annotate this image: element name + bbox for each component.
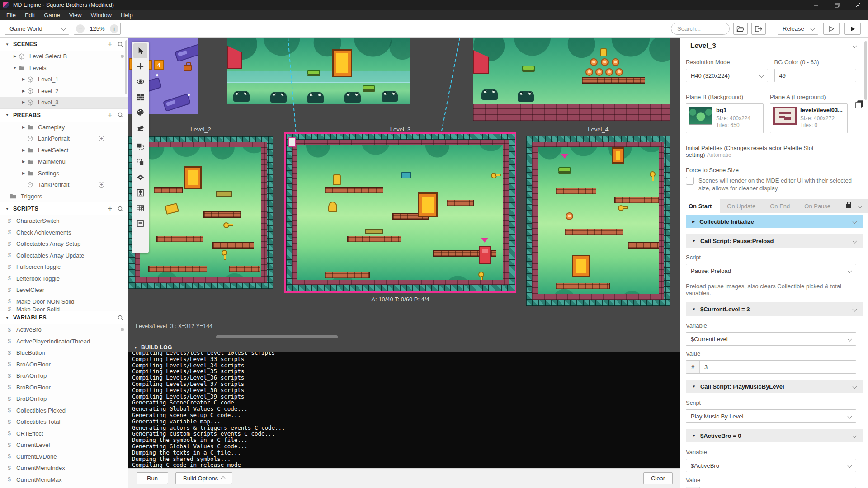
- scene-tree-item[interactable]: ▼ Levels: [0, 62, 128, 74]
- event-set-current-level[interactable]: ▼ $CurrentLevel = 3: [686, 302, 863, 316]
- restore-button[interactable]: [826, 0, 847, 10]
- variable-item[interactable]: $ Collectibles Total: [0, 416, 128, 428]
- tiles-tool-button[interactable]: [133, 89, 147, 104]
- inspector-header[interactable]: Level_3: [680, 38, 868, 54]
- script-item[interactable]: $ Letterbox Toggle: [0, 273, 128, 285]
- variable-item[interactable]: $ BroBOnFloor: [0, 382, 128, 394]
- tree-arrow-icon[interactable]: ▶: [20, 148, 27, 152]
- scene-tree-item[interactable]: ▶ Level_1: [0, 74, 128, 85]
- tree-arrow-icon[interactable]: ▶: [20, 100, 27, 104]
- script-select[interactable]: Pause: Preload: [686, 264, 856, 277]
- scene-thumbnail-top-right[interactable]: [473, 38, 670, 121]
- script-select[interactable]: Play Music By Level: [686, 409, 856, 423]
- level-4-map[interactable]: [526, 136, 670, 306]
- zoom-in-button[interactable]: +: [110, 24, 118, 33]
- event-call-script-pause-preload[interactable]: ▼ Call Script: Pause:Preload: [686, 234, 863, 248]
- prefab-tree-item[interactable]: ▶ Settings: [0, 168, 128, 179]
- initial-palettes-row[interactable]: Initial Palettes (Changes resets actor P…: [686, 140, 856, 163]
- menu-item[interactable]: File: [2, 10, 20, 20]
- notes-tool-button[interactable]: [133, 216, 147, 231]
- minimize-button[interactable]: [806, 0, 826, 10]
- horizontal-scrollbar[interactable]: [216, 335, 338, 338]
- palette-tool-button[interactable]: [133, 105, 147, 120]
- tree-arrow-icon[interactable]: ▶: [20, 125, 27, 129]
- variable-item[interactable]: $ BroBOnTop: [0, 393, 128, 405]
- add-script-button[interactable]: +: [108, 205, 112, 212]
- scene-tree-item[interactable]: ▶ Level_3: [0, 97, 128, 108]
- event-collectible-initialize[interactable]: ▶ Collectible Initialize: [686, 215, 863, 228]
- menu-item[interactable]: Window: [86, 10, 116, 20]
- sidebar-scrollbar[interactable]: [125, 40, 127, 94]
- scenes-section-header[interactable]: ▼ SCENES +: [0, 38, 128, 51]
- plane-a-card[interactable]: levels\level03... Size: 400x272 Tiles: 0: [770, 103, 848, 133]
- instantiate-icon[interactable]: +: [99, 182, 104, 188]
- build-options-button[interactable]: Build Options: [175, 472, 232, 484]
- scene-tree-item[interactable]: ▶ Level_2: [0, 85, 128, 97]
- prefab-tree-item[interactable]: ▶ MainMenu: [0, 156, 128, 168]
- variable-item[interactable]: $ CurrentMenuType: [0, 485, 128, 488]
- prefab-tree-item[interactable]: ▶ Gameplay: [0, 122, 128, 133]
- layers-icon[interactable]: [855, 100, 864, 110]
- select-tool-button[interactable]: [133, 43, 147, 58]
- plane-b-card[interactable]: bg1 Size: 400x224 Tiles: 650: [686, 103, 764, 133]
- script-item[interactable]: $ Make Door NON Solid: [0, 296, 128, 308]
- build-log-console[interactable]: Compiling Levels/test Level_10test scrip…: [128, 352, 680, 468]
- play-outline-button[interactable]: [823, 23, 840, 35]
- prefab-tree-item[interactable]: ▶ LevelSelect: [0, 145, 128, 156]
- prefab-tree-item[interactable]: Triggers: [0, 191, 128, 202]
- close-button[interactable]: [847, 0, 868, 10]
- lock-icon[interactable]: [846, 204, 851, 208]
- script-item[interactable]: $ Collectables Array Update: [0, 250, 128, 262]
- tree-arrow-icon[interactable]: ▶: [11, 54, 19, 58]
- value-input[interactable]: # 3: [686, 360, 856, 374]
- add-prefab-button[interactable]: +: [108, 112, 112, 119]
- chevron-down-icon[interactable]: [858, 204, 863, 209]
- variable-item[interactable]: $ Collectibles Picked: [0, 405, 128, 417]
- send-backward-tool-button[interactable]: [133, 155, 147, 169]
- menu-item[interactable]: Help: [116, 10, 137, 20]
- prefab-tree-item[interactable]: TankPortrait +: [0, 179, 128, 191]
- tab-on-update[interactable]: On Update: [720, 199, 763, 213]
- tree-arrow-icon[interactable]: ▶: [20, 160, 27, 164]
- scripts-section-header[interactable]: ▼ SCRIPTS +: [0, 202, 128, 215]
- variable-item[interactable]: $ CRTEffect: [0, 428, 128, 440]
- tree-arrow-icon[interactable]: ▼: [11, 66, 19, 70]
- run-button[interactable]: Run: [137, 472, 168, 484]
- build-mode-select[interactable]: Release: [778, 23, 818, 35]
- inspector-scrollbar[interactable]: [864, 41, 867, 100]
- bg-color-input[interactable]: 49: [774, 69, 857, 82]
- tab-on-pause[interactable]: On Pause: [797, 199, 838, 213]
- play-button[interactable]: [844, 23, 861, 35]
- variable-item[interactable]: $ ActivePlayerIndicatorThread: [0, 336, 128, 347]
- variable-item[interactable]: $ CurrentLevel: [0, 439, 128, 451]
- variable-item[interactable]: $ CurrentLVDone: [0, 451, 128, 463]
- level-3-map[interactable]: [286, 134, 515, 291]
- search-icon[interactable]: [118, 206, 123, 212]
- event-set-active-bro[interactable]: ▼ $ActiveBro = 0: [686, 429, 863, 442]
- menu-item[interactable]: View: [65, 10, 86, 20]
- open-folder-button[interactable]: [733, 23, 748, 35]
- variables-section-header[interactable]: ▼ VARIABLES: [0, 311, 128, 324]
- export-button[interactable]: [751, 23, 766, 35]
- variable-item[interactable]: $ BroAOnFloor: [0, 359, 128, 371]
- variable-select[interactable]: $CurrentLevel: [686, 332, 856, 346]
- script-item[interactable]: $ LevelClear: [0, 284, 128, 296]
- search-icon[interactable]: [118, 42, 123, 47]
- tab-on-start[interactable]: On Start: [680, 199, 720, 213]
- script-item[interactable]: $ CharacterSwitch: [0, 215, 128, 227]
- world-select[interactable]: Game World: [5, 23, 69, 35]
- instantiate-icon[interactable]: +: [99, 136, 104, 141]
- scene-thumbnail-top-middle[interactable]: [227, 38, 410, 104]
- force-scene-size-checkbox[interactable]: [686, 177, 694, 185]
- clear-log-button[interactable]: Clear: [643, 472, 673, 484]
- script-item[interactable]: $ Collectables Array Setup: [0, 238, 128, 250]
- tilemap-edit-tool-button[interactable]: [133, 201, 147, 216]
- add-scene-button[interactable]: +: [108, 41, 112, 48]
- resolution-mode-select[interactable]: H40 (320x224): [686, 69, 768, 82]
- scene-tree-item[interactable]: ▶ Level Select B: [0, 51, 128, 62]
- tree-arrow-icon[interactable]: ▶: [20, 77, 27, 81]
- variable-item[interactable]: $ CurrentMenuMax: [0, 474, 128, 486]
- variable-item[interactable]: $ ActiveBro: [0, 324, 128, 336]
- tree-arrow-icon[interactable]: ▶: [20, 171, 27, 175]
- tab-on-end[interactable]: On End: [763, 199, 797, 213]
